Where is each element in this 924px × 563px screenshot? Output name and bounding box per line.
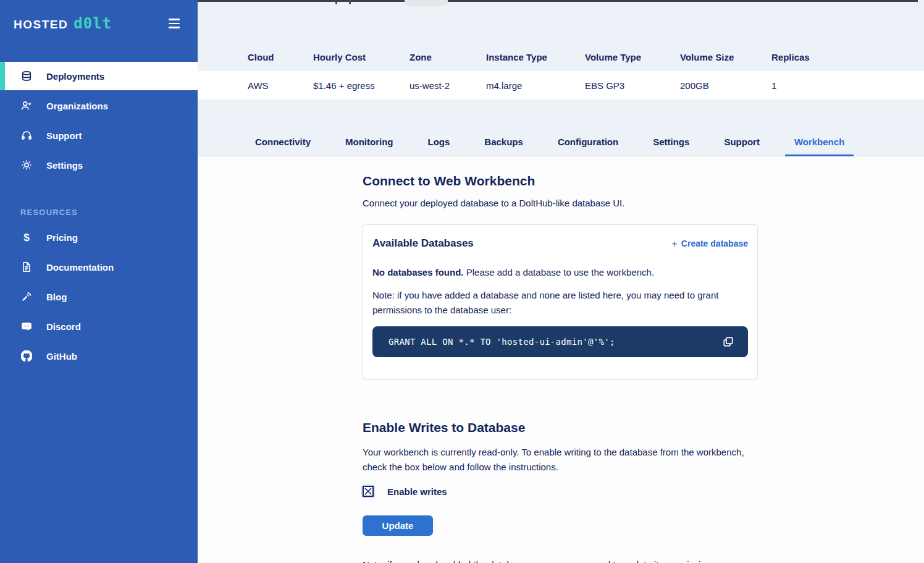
clipped-text-fragment [335, 1, 337, 4]
resources-section-title: RESOURCES [20, 208, 198, 217]
gear-icon [21, 159, 32, 171]
column-header: Volume Size [680, 52, 771, 62]
logo-hosted-text: HOSTED [14, 18, 68, 32]
sidebar-item-label: Documentation [46, 262, 114, 273]
tab-workbench[interactable]: Workbench [785, 137, 854, 156]
column-header: Hourly Cost [313, 52, 410, 62]
clipped-top-element [198, 0, 918, 2]
sidebar-item-label: Blog [46, 292, 67, 302]
tab-settings[interactable]: Settings [644, 137, 699, 156]
empty-state-bold: No databases found. [372, 267, 464, 277]
column-header: Volume Type [585, 52, 680, 62]
sidebar-item-label: Support [46, 130, 82, 141]
empty-state-message: No databases found. Please add a databas… [372, 267, 748, 277]
copy-icon[interactable] [722, 336, 734, 348]
sidebar-item-support[interactable]: Support [0, 121, 198, 150]
tab-logs[interactable]: Logs [419, 137, 460, 156]
sidebar: HOSTED d0lt Deployments [0, 0, 198, 563]
create-database-label: Create database [681, 239, 748, 248]
deployment-tabbar: Connectivity Monitoring Logs Backups Con… [198, 127, 924, 156]
update-button[interactable]: Update [363, 515, 433, 536]
sidebar-item-label: Deployments [46, 71, 104, 82]
tab-monitoring[interactable]: Monitoring [336, 137, 402, 156]
available-databases-card: Available Databases + Create database No… [363, 224, 758, 379]
enable-writes-section: Enable Writes to Database Your workbench… [363, 420, 924, 563]
enable-writes-description: Your workbench is currently read-only. T… [363, 445, 758, 475]
sidebar-item-documentation[interactable]: Documentation [0, 253, 198, 281]
deployment-table-header: Cloud Hourly Cost Zone Instance Type Vol… [198, 0, 924, 71]
database-icon [21, 70, 32, 82]
cell-instance-type: m4.large [486, 80, 585, 91]
github-icon [21, 350, 32, 362]
page-subtitle: Connect your deployed database to a Dolt… [363, 198, 924, 208]
deployment-table-row: AWS $1.46 + egress us-west-2 m4.large EB… [198, 71, 924, 99]
sidebar-item-organizations[interactable]: Organizations [0, 91, 198, 120]
sidebar-item-label: Discord [46, 321, 81, 332]
clipped-bottom-note: Note: if you already added the database … [363, 559, 758, 563]
hamburger-menu-icon[interactable] [167, 17, 182, 30]
empty-state-rest: Please add a database to use the workben… [464, 267, 655, 277]
plus-icon: + [671, 239, 678, 249]
column-header: Zone [410, 52, 486, 62]
logo-dolt-text: d0lt [74, 15, 112, 32]
app-window: HOSTED d0lt Deployments [0, 0, 924, 563]
deployment-summary-table: Cloud Hourly Cost Zone Instance Type Vol… [198, 0, 924, 127]
cell-replicas: 1 [771, 80, 924, 91]
tab-connectivity[interactable]: Connectivity [246, 137, 320, 156]
cell-zone: us-west-2 [410, 80, 486, 91]
grant-sql-code-block: GRANT ALL ON *.* TO 'hosted-ui-admin'@'%… [372, 326, 748, 357]
dollar-icon: $ [21, 232, 32, 243]
clipped-top-button-fragment [405, 0, 448, 6]
hosted-dolt-logo[interactable]: HOSTED d0lt [14, 15, 112, 32]
cell-cloud: AWS [248, 80, 313, 91]
sidebar-item-settings[interactable]: Settings [0, 151, 198, 179]
tab-support[interactable]: Support [715, 137, 769, 156]
cell-volume-size: 200GB [680, 80, 771, 91]
sidebar-item-deployments[interactable]: Deployments [0, 62, 198, 90]
sidebar-item-pricing[interactable]: $ Pricing [0, 223, 198, 252]
tab-configuration[interactable]: Configuration [548, 137, 628, 156]
permissions-note: Note: if you have added a database and n… [372, 288, 728, 318]
table-gap [198, 99, 924, 127]
enable-writes-checkbox-label: Enable writes [387, 486, 447, 497]
page-title: Connect to Web Workbench [363, 174, 924, 188]
blog-pen-icon [21, 291, 32, 302]
column-header: Instance Type [486, 52, 585, 62]
sidebar-nav: Deployments Organizations [0, 62, 198, 371]
enable-writes-checkbox[interactable] [363, 486, 374, 497]
column-header: Replicas [771, 52, 924, 62]
sidebar-item-blog[interactable]: Blog [0, 282, 198, 311]
grant-sql-statement: GRANT ALL ON *.* TO 'hosted-ui-admin'@'%… [388, 337, 615, 347]
sidebar-item-label: Organizations [46, 101, 108, 111]
sidebar-item-github[interactable]: GitHub [0, 342, 198, 370]
workbench-tab-content: Connect to Web Workbench Connect your de… [198, 156, 924, 563]
cell-hourly-cost: $1.46 + egress [313, 80, 410, 91]
discord-icon [21, 321, 32, 332]
sidebar-item-label: Settings [46, 160, 83, 171]
sidebar-item-label: GitHub [46, 351, 77, 362]
user-plus-icon [21, 100, 32, 111]
sidebar-header: HOSTED d0lt [0, 0, 198, 32]
headset-icon [21, 130, 32, 141]
main-content: Cloud Hourly Cost Zone Instance Type Vol… [198, 0, 924, 563]
cell-volume-type: EBS GP3 [585, 80, 680, 91]
tab-backups[interactable]: Backups [475, 137, 532, 156]
clipped-text-fragment [349, 1, 351, 4]
enable-writes-title: Enable Writes to Database [363, 420, 924, 435]
sidebar-item-label: Pricing [46, 232, 78, 243]
card-title: Available Databases [372, 237, 474, 250]
column-header: Cloud [248, 52, 313, 62]
create-database-link[interactable]: + Create database [671, 239, 748, 249]
sidebar-item-discord[interactable]: Discord [0, 312, 198, 341]
document-icon [21, 261, 32, 273]
